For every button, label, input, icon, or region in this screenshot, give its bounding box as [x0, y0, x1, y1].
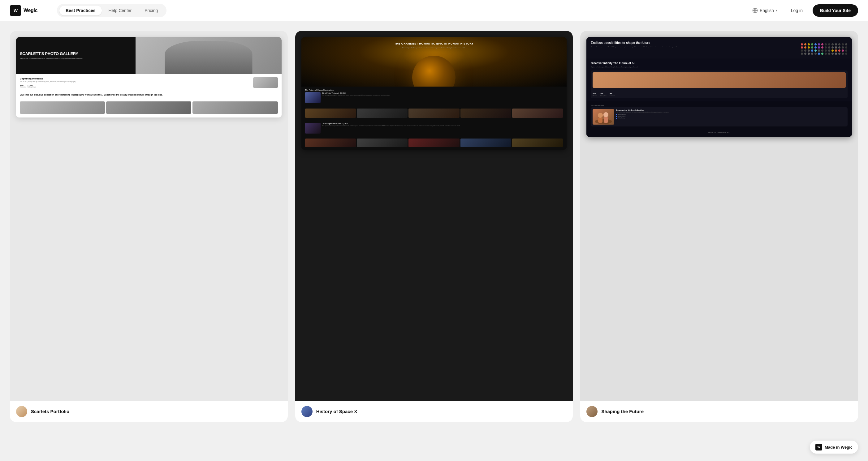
- spacex-thumb-2: [357, 108, 407, 118]
- future-dot-15: [804, 46, 806, 48]
- future-dot-9: [832, 43, 834, 45]
- future-explore: Explore Our Design Studio Work: [586, 130, 852, 137]
- future-bullet-text-1: Advanced Analytics: [618, 114, 626, 115]
- future-bullet-text-2: Machine Learning: [618, 116, 625, 117]
- build-site-button[interactable]: Build Your Site: [813, 4, 858, 17]
- future-dot-31: [811, 50, 813, 52]
- future-dot-27: [845, 46, 847, 48]
- future-dot-37: [832, 50, 834, 52]
- future-header-title: Endless possibilities to shape the futur…: [591, 41, 797, 45]
- site-card-portfolio[interactable]: SCARLETT'S PHOTO GALLERY Step back in ti…: [10, 31, 288, 422]
- future-dot-7: [825, 43, 827, 45]
- future-dot-40: [842, 50, 844, 52]
- card-preview-future: Endless possibilities to shape the futur…: [580, 31, 858, 401]
- card-info-portfolio: Scarlets Portfolio: [10, 401, 288, 422]
- nav-item-best-practices[interactable]: Best Practices: [59, 6, 102, 15]
- card-avatar-future: [586, 406, 597, 417]
- future-dot-44: [808, 53, 810, 55]
- future-card-1-image-inner: [593, 72, 846, 88]
- future-dot-39: [838, 50, 840, 52]
- portfolio-thumb-1: [20, 101, 105, 114]
- future-dot-14: [801, 46, 803, 48]
- portfolio-thumb-2: [106, 101, 191, 114]
- future-bottom-text: Empowering Modern Industries Find the co…: [616, 109, 846, 125]
- card-name-future: Shaping the Future: [601, 409, 644, 414]
- chevron-down-icon: ▾: [776, 9, 777, 12]
- portfolio-description: Dive into our exclusive collection of br…: [16, 91, 282, 99]
- spacex-hero-sub: Discover SpaceX's daring mission to push…: [394, 47, 474, 49]
- future-dot-32: [814, 50, 817, 52]
- spacex-launch-body-2: This significant third test proved new a…: [322, 125, 563, 127]
- header-right: English ▾ Log in Build Your Site: [749, 4, 858, 17]
- future-bullet-dot-1: [616, 114, 617, 115]
- logo-mark: W: [10, 5, 21, 16]
- portfolio-section-image: [253, 77, 278, 88]
- nav-item-help-center[interactable]: Help Center: [102, 6, 138, 15]
- spacex-hero-title: THE GRANDEST ROMANTIC EPIC IN HUMAN HIST…: [394, 42, 474, 46]
- future-dot-22: [828, 46, 830, 48]
- nav-item-pricing[interactable]: Pricing: [138, 6, 164, 15]
- future-bullet-dot-2: [616, 116, 617, 117]
- portfolio-preview-inner: SCARLETT'S PHOTO GALLERY Step back in ti…: [16, 37, 282, 118]
- future-dot-48: [821, 53, 824, 55]
- portfolio-hero-person: [165, 41, 252, 74]
- future-dot-52: [835, 53, 837, 55]
- future-header-text: Endless possibilities to shape the futur…: [591, 41, 797, 55]
- logo[interactable]: W Wegic: [10, 5, 47, 16]
- future-dot-49: [825, 53, 827, 55]
- globe-icon: [752, 8, 758, 13]
- badge-logo: W: [815, 444, 822, 451]
- svg-point-2: [595, 119, 612, 124]
- language-button[interactable]: English ▾: [749, 5, 781, 16]
- future-dot-26: [842, 46, 844, 48]
- main-nav: Best Practices Help Center Pricing: [57, 4, 166, 17]
- spacex-thumb-5: [512, 108, 563, 118]
- spacex-section-2: Third Flight Test March 14, 2024 This si…: [301, 120, 567, 137]
- login-button[interactable]: Log in: [786, 6, 808, 15]
- future-main-section: Discover Infinity The Future of AI Captu…: [586, 59, 852, 101]
- future-dot-46: [814, 53, 817, 55]
- portfolio-section: Capturing Moments Join us on a journey t…: [16, 74, 282, 91]
- svg-rect-6: [604, 117, 608, 123]
- future-dot-30: [808, 50, 810, 52]
- future-header: Endless possibilities to shape the futur…: [586, 37, 852, 59]
- future-dot-19: [818, 46, 820, 48]
- svg-point-3: [598, 113, 603, 118]
- future-dot-21: [825, 46, 827, 48]
- future-dot-1: [804, 43, 806, 45]
- site-card-future[interactable]: Endless possibilities to shape the futur…: [580, 31, 858, 422]
- portfolio-section-text: Capturing Moments Join us on a journey t…: [20, 77, 251, 88]
- future-dot-42: [801, 53, 803, 55]
- site-card-spacex[interactable]: THE GRANDEST ROMANTIC EPIC IN HUMAN HIST…: [295, 31, 573, 422]
- future-dot-3: [811, 43, 813, 45]
- future-dot-16: [808, 46, 810, 48]
- future-dots-grid: [800, 41, 847, 55]
- portfolio-section-image-inner: [253, 77, 278, 88]
- made-in-wegic-badge[interactable]: W Made in Wegic: [810, 440, 858, 454]
- card-info-future: Shaping the Future: [580, 401, 858, 422]
- spacex-thumb-8: [408, 138, 459, 147]
- future-header-sub: Discover the next generation of AI with …: [591, 46, 797, 48]
- portfolio-stat-2: 2.5M+ Gallery Views: [28, 85, 36, 88]
- future-bottom-image: [593, 109, 614, 125]
- future-dot-20: [821, 46, 824, 48]
- future-dot-28: [801, 50, 803, 52]
- future-dot-12: [842, 43, 844, 45]
- future-dot-51: [832, 53, 834, 55]
- card-avatar-portfolio: [16, 406, 27, 417]
- future-dot-35: [825, 50, 827, 52]
- spacex-thumb-7: [357, 138, 407, 147]
- future-core-label: Core Features of Infinity: [591, 104, 847, 106]
- header: W Wegic Best Practices Help Center Prici…: [0, 0, 868, 21]
- future-bullet-3: Robust Security: [616, 118, 846, 119]
- future-people-illustration: [594, 110, 613, 124]
- future-section-title: Discover Infinity The Future of AI: [591, 62, 847, 65]
- future-card-1-image: [593, 72, 846, 88]
- spacex-thumbs-row-1: [301, 107, 567, 120]
- future-bullet-text-3: Robust Security: [618, 118, 624, 119]
- future-preview-inner: Endless possibilities to shape the futur…: [586, 37, 852, 137]
- portfolio-thumb-3: [192, 101, 278, 114]
- future-dot-13: [845, 43, 847, 45]
- spacex-thumbs-row-2: [301, 137, 567, 150]
- spacex-section-title-1: The Future of Space Exploration: [305, 89, 563, 91]
